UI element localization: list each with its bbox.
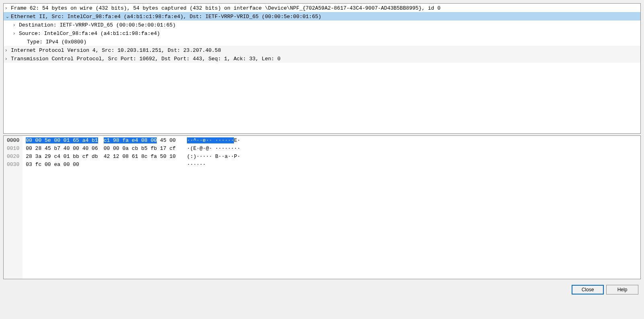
ascii-row: ··^··e·· ······E· xyxy=(187,137,240,145)
packet-details-pane[interactable]: ›Frame 62: 54 bytes on wire (432 bits), … xyxy=(3,3,641,134)
hex-gap xyxy=(98,137,104,145)
hex-row[interactable]: 03 fc 00 ea 00 00 xyxy=(26,161,176,169)
chevron-right-icon[interactable]: › xyxy=(5,4,11,12)
hex-row[interactable]: 28 3a 29 c4 01 bb cf db 42 12 08 61 8c f… xyxy=(26,153,176,161)
hex-byte[interactable]: 00 00 0a cb b5 fb 17 cf xyxy=(104,145,176,151)
dialog-footer: Close Help xyxy=(3,279,641,296)
chevron-down-icon[interactable]: ⌄ xyxy=(5,12,11,20)
hex-offset: 0010 xyxy=(7,145,19,153)
hex-byte[interactable]: 00 00 5e 00 01 65 a4 b1 xyxy=(26,137,98,143)
hex-offset: 0030 xyxy=(7,161,19,169)
hex-offset: 0000 xyxy=(7,137,19,145)
tree-row-text: Source: IntelCor_98:fa:e4 (a4:b1:c1:98:f… xyxy=(19,31,160,37)
ascii-highlight: ··^··e·· ······ xyxy=(187,137,234,143)
hex-offset-column: 0000001000200030 xyxy=(4,136,23,279)
tree-row-text: Transmission Control Protocol, Src Port:… xyxy=(11,56,281,62)
close-button[interactable]: Close xyxy=(572,285,604,294)
hex-byte[interactable]: 03 fc 00 ea 00 00 xyxy=(26,162,79,168)
tree-row-text: Internet Protocol Version 4, Src: 10.203… xyxy=(11,47,221,53)
help-button[interactable]: Help xyxy=(606,285,638,294)
packet-bytes-pane[interactable]: 0000001000200030 00 00 5e 00 01 65 a4 b1… xyxy=(3,135,641,279)
tree-row[interactable]: ›Destination: IETF-VRRP-VRID_65 (00:00:5… xyxy=(4,20,640,29)
hex-offset: 0020 xyxy=(7,153,19,161)
tree-row[interactable]: ›Source: IntelCor_98:fa:e4 (a4:b1:c1:98:… xyxy=(4,29,640,37)
ascii-row: (:)····· B··a··P· xyxy=(187,153,240,161)
tree-row[interactable]: ·Type: IPv4 (0x0800) xyxy=(4,37,640,46)
hex-byte[interactable]: 45 00 xyxy=(157,137,176,143)
tree-row[interactable]: ›Frame 62: 54 bytes on wire (432 bits), … xyxy=(4,4,640,12)
chevron-right-icon[interactable]: › xyxy=(5,54,11,63)
hex-byte[interactable]: c1 98 fa e4 08 00 xyxy=(104,137,157,143)
chevron-right-icon[interactable]: › xyxy=(13,29,19,37)
tree-row-text: Frame 62: 54 bytes on wire (432 bits), 5… xyxy=(11,5,441,11)
ascii-row: ·(E·@·@· ········ xyxy=(187,145,240,153)
hex-gap xyxy=(98,145,104,153)
tree-row-text: Type: IPv4 (0x0800) xyxy=(27,39,86,45)
hex-row[interactable]: 00 28 45 b7 40 00 40 06 00 00 0a cb b5 f… xyxy=(26,145,176,153)
hex-gap xyxy=(98,153,104,161)
hex-byte[interactable]: 00 28 45 b7 40 00 40 06 xyxy=(26,145,98,151)
chevron-right-icon[interactable]: › xyxy=(5,46,11,54)
tree-row-text: Destination: IETF-VRRP-VRID_65 (00:00:5e… xyxy=(19,22,176,28)
hex-byte[interactable]: 42 12 08 61 8c fa 50 10 xyxy=(104,153,176,160)
chevron-right-icon[interactable]: › xyxy=(13,20,19,29)
tree-row[interactable]: ›Transmission Control Protocol, Src Port… xyxy=(4,54,640,63)
hex-row[interactable]: 00 00 5e 00 01 65 a4 b1 c1 98 fa e4 08 0… xyxy=(26,137,176,145)
hex-byte[interactable]: 28 3a 29 c4 01 bb cf db xyxy=(26,153,98,160)
tree-row-text: Ethernet II, Src: IntelCor_98:fa:e4 (a4:… xyxy=(11,14,321,20)
ascii-column: ··^··e·· ······E··(E·@·@· ········(:)···… xyxy=(176,136,240,279)
hex-bytes-column[interactable]: 00 00 5e 00 01 65 a4 b1 c1 98 fa e4 08 0… xyxy=(23,136,176,279)
ascii-row: ······ xyxy=(187,161,240,169)
tree-row[interactable]: ⌄Ethernet II, Src: IntelCor_98:fa:e4 (a4… xyxy=(4,12,640,20)
tree-row[interactable]: ›Internet Protocol Version 4, Src: 10.20… xyxy=(4,46,640,54)
